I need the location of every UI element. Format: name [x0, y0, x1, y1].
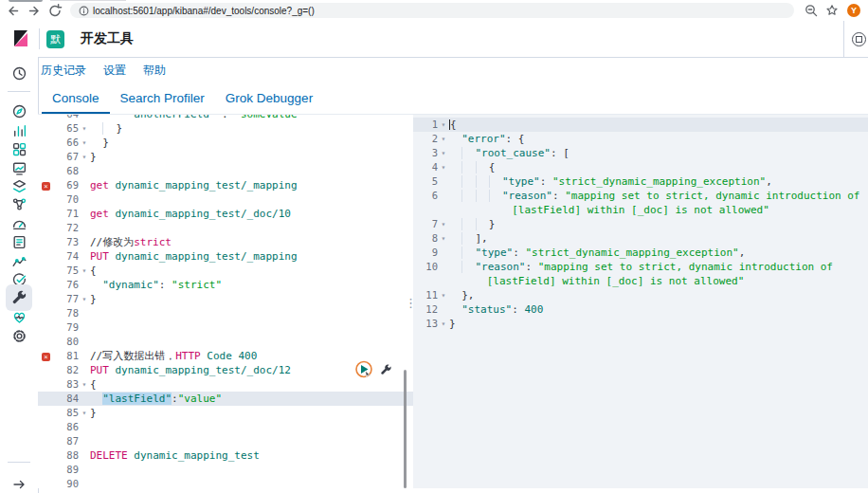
code-line[interactable]: 80	[38, 335, 413, 349]
fold-arrow-icon[interactable]: ▾	[79, 264, 90, 278]
fold-arrow-icon[interactable]: ▾	[79, 121, 90, 136]
fold-arrow-icon[interactable]: ▾	[438, 132, 449, 146]
code-text: get dynamic_mapping_test/_mapping	[90, 178, 413, 192]
fold-arrow-icon[interactable]: ▾	[79, 377, 90, 392]
sidebar-item-management[interactable]	[6, 322, 32, 349]
refresh-icon[interactable]	[47, 3, 63, 18]
tab-grok-debugger[interactable]: Grok Debugger	[215, 83, 323, 114]
url-text[interactable]: localhost:5601/app/kibana#/dev_tools/con…	[93, 6, 315, 16]
kibana-logo-icon[interactable]	[12, 30, 29, 47]
code-line[interactable]: 72	[38, 221, 413, 235]
menu-item-0[interactable]: 历史记录	[41, 63, 86, 79]
code-text: }	[449, 317, 868, 331]
fold-arrow-icon[interactable]: ▾	[79, 150, 90, 164]
browser-tab-edge	[9, 0, 43, 2]
code-line[interactable]: [lastField] within [_doc] is not allowed…	[413, 203, 868, 217]
code-line[interactable]: 13▾}	[413, 317, 868, 331]
zoom-icon[interactable]	[804, 3, 819, 18]
code-line[interactable]: 74PUT dynamic_mapping_test/_mapping	[38, 249, 413, 264]
browser-profile-avatar[interactable]: Y	[847, 4, 860, 17]
address-bar[interactable]: localhost:5601/app/kibana#/dev_tools/con…	[70, 3, 794, 18]
line-number: 87	[54, 434, 79, 448]
code-line[interactable]: 12 "status": 400	[413, 302, 868, 317]
code-line[interactable]: 4▾ {	[413, 160, 868, 174]
code-line[interactable]: 85▾}	[38, 406, 413, 420]
site-info-icon[interactable]	[78, 5, 90, 17]
code-line[interactable]: 83▾{	[38, 377, 413, 392]
editor-scrollbar[interactable]	[404, 370, 407, 488]
code-line[interactable]: 87	[38, 434, 413, 448]
menu-item-2[interactable]: 帮助	[143, 63, 166, 79]
code-line[interactable]: 90	[38, 477, 413, 488]
code-text: }	[90, 292, 413, 306]
fold-arrow-icon[interactable]: ▾	[438, 231, 449, 246]
code-text: PUT dynamic_mapping_test/_mapping	[90, 249, 413, 264]
code-line[interactable]: 73//修改为strict	[38, 235, 413, 249]
code-line[interactable]: 5 "type": "strict_dynamic_mapping_except…	[413, 174, 868, 189]
code-line[interactable]: 82PUT dynamic_mapping_test/_doc/12	[38, 363, 413, 377]
code-text: {	[449, 160, 868, 174]
fold-arrow-icon[interactable]: ▾	[438, 317, 449, 331]
console-editor-pane[interactable]: 64 "anotherField" : "someValue"65▾ }66▾ …	[38, 115, 413, 488]
fold-arrow-icon[interactable]: ▾	[438, 146, 449, 160]
code-line[interactable]: 77▾}	[38, 292, 413, 306]
forward-icon[interactable]	[27, 3, 42, 18]
fold-arrow-icon[interactable]: ▾	[79, 406, 90, 420]
code-line[interactable]: [lastField] within [_doc] is not allowed…	[413, 274, 868, 288]
gutter-space	[38, 164, 54, 178]
line-number: 88	[54, 448, 79, 463]
code-line[interactable]: 8▾ ],	[413, 231, 868, 246]
request-actions[interactable]	[354, 360, 392, 379]
line-number: 78	[54, 306, 79, 320]
fold-space	[438, 246, 449, 260]
code-line[interactable]: 84 "lastField":"value"	[38, 392, 413, 406]
code-line[interactable]: 7▾ }	[413, 217, 868, 231]
code-line[interactable]: 71get dynamic_mapping_test/_doc/10	[38, 207, 413, 221]
code-line[interactable]: 10 "reason": "mapping set to strict, dyn…	[413, 260, 868, 274]
code-line[interactable]: 64 "anotherField" : "someValue"	[38, 115, 413, 121]
bookmark-star-icon[interactable]	[824, 3, 840, 18]
code-line[interactable]: 88DELETE dynamic_mapping_test	[38, 448, 413, 463]
code-line[interactable]: 75▾{	[38, 264, 413, 278]
code-line[interactable]: 76 "dynamic": "strict"	[38, 278, 413, 292]
tab-search-profiler[interactable]: Search Profiler	[110, 83, 215, 114]
menu-item-1[interactable]: 设置	[103, 63, 126, 79]
line-number: 64	[54, 115, 79, 121]
code-line[interactable]: 67▾}	[38, 150, 413, 164]
gutter-space	[38, 306, 54, 320]
code-line[interactable]: 9 "type": "strict_dynamic_mapping_except…	[413, 246, 868, 260]
line-number: 80	[54, 335, 79, 349]
back-icon[interactable]	[6, 3, 21, 18]
gutter-space	[38, 136, 54, 150]
code-line[interactable]: 70	[38, 192, 413, 207]
collapse-nav-icon[interactable]	[6, 471, 32, 493]
code-line[interactable]: 6 "reason": "mapping set to strict, dyna…	[413, 189, 868, 203]
wrench-icon[interactable]	[380, 364, 392, 376]
code-line[interactable]: 3▾ "root_cause": [	[413, 146, 868, 160]
fold-arrow-icon[interactable]: ▾	[79, 292, 90, 306]
recently-viewed-icon[interactable]	[6, 60, 32, 86]
code-line[interactable]: 1▾{	[413, 118, 868, 132]
header-right-icon[interactable]	[852, 32, 866, 46]
code-line[interactable]: 66▾ }	[38, 136, 413, 150]
code-line[interactable]: 68	[38, 164, 413, 178]
code-line[interactable]: ×69get dynamic_mapping_test/_mapping	[38, 178, 413, 192]
send-request-play-button[interactable]	[354, 360, 373, 379]
fold-arrow-icon[interactable]: ▾	[438, 288, 449, 302]
space-badge[interactable]: 默	[46, 30, 64, 48]
fold-arrow-icon[interactable]: ▾	[438, 160, 449, 174]
line-number	[413, 203, 438, 217]
fold-space	[79, 278, 90, 292]
code-line[interactable]: 78	[38, 306, 413, 320]
code-line[interactable]: 89	[38, 463, 413, 477]
tab-console[interactable]: Console	[42, 83, 110, 114]
code-line[interactable]: 11▾ },	[413, 288, 868, 302]
fold-arrow-icon[interactable]: ▾	[79, 136, 90, 150]
code-line[interactable]: 65▾ }	[38, 121, 413, 136]
fold-arrow-icon[interactable]: ▾	[438, 118, 449, 132]
code-line[interactable]: 79	[38, 320, 413, 335]
code-line[interactable]: 2▾ "error": {	[413, 132, 868, 146]
fold-arrow-icon[interactable]: ▾	[438, 217, 449, 231]
code-line[interactable]: 86	[38, 420, 413, 434]
console-output-pane[interactable]: 1▾{2▾ "error": {3▾ "root_cause": [4▾ {5 …	[413, 115, 868, 488]
